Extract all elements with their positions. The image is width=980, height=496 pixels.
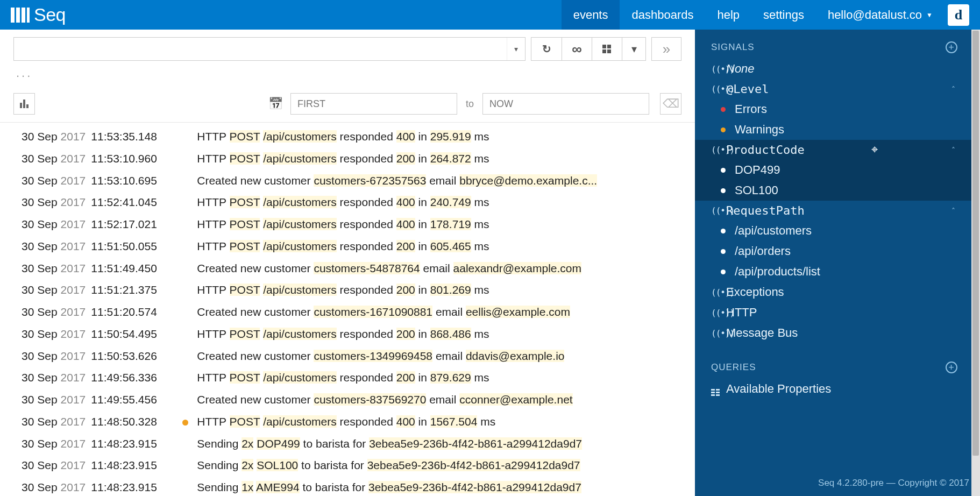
event-row[interactable]: 30 Sep201711:52:41.045HTTP POST /api/cus… (0, 192, 695, 214)
toolbar-more-dropdown[interactable]: ▾ (622, 38, 645, 60)
signal-none-label: None (726, 62, 755, 76)
event-timestamp: 30 Sep201711:48:23.915 (22, 434, 182, 454)
tiles-icon (602, 45, 612, 53)
nav-help[interactable]: help (705, 0, 751, 30)
double-right-icon (663, 41, 670, 58)
refresh-button[interactable] (531, 38, 562, 60)
signal-item-exceptions[interactable]: Exceptions (695, 282, 980, 302)
event-message: HTTP POST /api/customers responded 400 i… (197, 412, 495, 432)
event-timestamp: 30 Sep201711:49:55.456 (22, 390, 182, 410)
bullet-icon (721, 168, 735, 173)
event-row[interactable]: 30 Sep201711:53:10.695Created new custom… (0, 170, 695, 192)
signal-icon (711, 308, 726, 318)
avatar[interactable]: d (948, 4, 969, 26)
footer-text: Seq 4.2.280-pre — Copyright © 2017 (695, 473, 969, 493)
event-row[interactable]: 30 Sep201711:51:50.055HTTP POST /api/cus… (0, 236, 695, 258)
event-timestamp: 30 Sep201711:53:35.148 (22, 127, 182, 147)
signal-item[interactable]: Errors (695, 99, 980, 119)
signal-none[interactable]: None (695, 59, 980, 79)
add-signal-button[interactable]: + (946, 41, 957, 53)
add-to-dashboard-button[interactable] (592, 38, 622, 60)
signal-item[interactable]: DOP499 (695, 160, 980, 180)
level-dot-icon (182, 134, 188, 140)
signal-group-ProductCode[interactable]: ProductCode˄⌖ (695, 140, 980, 160)
signal-group-label: ProductCode (726, 143, 805, 157)
event-row[interactable]: 30 Sep201711:50:54.495HTTP POST /api/cus… (0, 323, 695, 345)
event-message: HTTP POST /api/customers responded 200 i… (197, 368, 489, 388)
signal-item-label: Warnings (735, 123, 784, 137)
event-message: Created new customer customers-134996945… (197, 346, 564, 366)
event-message: HTTP POST /api/customers responded 400 i… (197, 193, 489, 212)
signal-item-http[interactable]: HTTP (695, 302, 980, 323)
level-dot-icon (182, 332, 188, 338)
date-to-input[interactable] (482, 93, 649, 115)
signal-item[interactable]: Warnings (695, 119, 980, 140)
event-message: HTTP POST /api/customers responded 400 i… (197, 215, 489, 235)
bullet-icon (721, 270, 735, 274)
user-email: hello@datalust.co (828, 8, 922, 22)
event-row[interactable]: 30 Sep201711:48:23.915Sending 2x SOL100 … (0, 455, 695, 477)
event-row[interactable]: 30 Sep201711:52:17.021HTTP POST /api/cus… (0, 214, 695, 236)
signal-group-@Level[interactable]: @Level˄ (695, 79, 980, 99)
signal-icon (711, 287, 726, 297)
signal-label: HTTP (726, 306, 757, 320)
event-row[interactable]: 30 Sep201711:48:23.915Sending 1x AME994 … (0, 477, 695, 496)
bullet-icon (721, 188, 735, 193)
event-row[interactable]: 30 Sep201711:51:21.375HTTP POST /api/cus… (0, 279, 695, 301)
date-from-input[interactable] (290, 93, 457, 115)
histogram-button[interactable] (13, 93, 35, 115)
event-row[interactable]: 30 Sep201711:49:55.456Created new custom… (0, 389, 695, 411)
tail-button[interactable] (562, 38, 592, 60)
event-row[interactable]: 30 Sep201711:50:53.626Created new custom… (0, 345, 695, 367)
event-row[interactable]: 30 Sep201711:48:23.915Sending 2x DOP499 … (0, 433, 695, 455)
nav-events[interactable]: events (562, 0, 620, 30)
event-message: Sending 2x SOL100 to barista for 3ebea5e… (197, 456, 580, 476)
signal-group-RequestPath[interactable]: RequestPath˄ (695, 201, 980, 221)
expand-button[interactable] (651, 37, 681, 61)
query-item[interactable]: Available Properties (695, 379, 980, 399)
app-logo[interactable]: Seq (11, 4, 66, 25)
search-input[interactable] (14, 44, 507, 54)
scrollbar-vertical[interactable] (971, 30, 980, 496)
event-row[interactable]: 30 Sep201711:53:10.960HTTP POST /api/cus… (0, 148, 695, 170)
nav-settings[interactable]: settings (751, 0, 816, 30)
events-list[interactable]: 30 Sep201711:53:35.148HTTP POST /api/cus… (0, 123, 695, 496)
level-dot-icon (182, 222, 188, 228)
level-dot-icon (182, 485, 188, 491)
signal-item[interactable]: SOL100 (695, 180, 980, 201)
event-message: Sending 2x DOP499 to barista for 3ebea5e… (197, 434, 582, 454)
clear-dates-button[interactable] (660, 93, 681, 115)
bullet-icon (721, 107, 735, 112)
level-dot-icon (182, 200, 188, 206)
add-query-button[interactable]: + (946, 362, 957, 373)
signal-item[interactable]: /api/customers (695, 221, 980, 241)
signal-item-message-bus[interactable]: Message Bus (695, 323, 980, 343)
event-timestamp: 30 Sep201711:51:50.055 (22, 237, 182, 257)
event-timestamp: 30 Sep201711:51:21.375 (22, 280, 182, 300)
search-dropdown[interactable]: ▾ (507, 38, 525, 60)
signal-label: Message Bus (726, 326, 798, 340)
nav-dashboards[interactable]: dashboards (620, 0, 705, 30)
signal-item-label: SOL100 (735, 183, 778, 197)
event-row[interactable]: 30 Sep201711:51:49.450Created new custom… (0, 258, 695, 280)
user-menu[interactable]: hello@datalust.co ▼ (816, 8, 940, 22)
signal-item[interactable]: /api/products/list (695, 261, 980, 282)
query-label: Available Properties (726, 382, 831, 396)
event-row[interactable]: 30 Sep201711:48:50.328HTTP POST /api/cus… (0, 411, 695, 433)
bullet-icon (721, 127, 735, 132)
event-timestamp: 30 Sep201711:53:10.695 (22, 171, 182, 191)
queries-header-label: QUERIES (711, 362, 756, 373)
queries-section-header: QUERIES + (695, 343, 980, 379)
scrollbar-thumb[interactable] (972, 31, 979, 456)
signal-item-label: /api/customers (735, 224, 812, 238)
event-row[interactable]: 30 Sep201711:51:20.574Created new custom… (0, 301, 695, 323)
signal-item[interactable]: /api/orders (695, 241, 980, 261)
event-timestamp: 30 Sep201711:48:23.915 (22, 478, 182, 496)
level-dot-icon (182, 244, 188, 250)
event-message: Created new customer customers-167109088… (197, 302, 570, 322)
event-row[interactable]: 30 Sep201711:49:56.336HTTP POST /api/cus… (0, 367, 695, 389)
event-row[interactable]: 30 Sep201711:53:35.148HTTP POST /api/cus… (0, 126, 695, 148)
level-dot-icon (182, 442, 188, 448)
event-message: HTTP POST /api/customers responded 200 i… (197, 237, 489, 257)
toolbar: ▾ ▾ (0, 30, 695, 65)
